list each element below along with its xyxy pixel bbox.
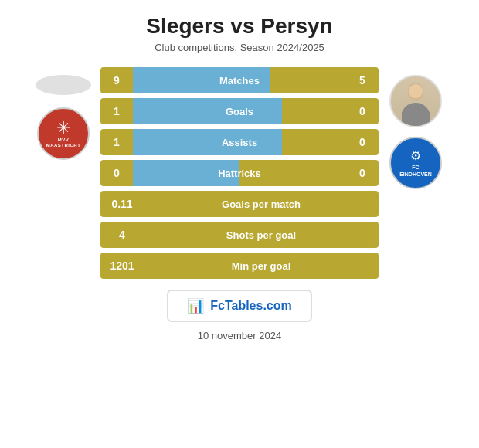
mvv-text: MVV xyxy=(58,137,70,142)
stat-row-assists: 1 Assists 0 xyxy=(100,129,379,155)
stat-right-hattricks: 0 xyxy=(346,160,379,186)
stat-left-hattricks: 0 xyxy=(100,160,133,186)
stat-row-matches: 9 Matches 5 xyxy=(100,67,379,93)
fctables-label: FcTables.com xyxy=(210,299,292,313)
stat-left-assists: 1 xyxy=(100,129,133,155)
mvv-subtext: MAASTRICHT xyxy=(46,143,81,148)
stat-bar-min-per-goal: Min per goal xyxy=(144,253,379,279)
stat-bar-goals: Goals xyxy=(133,98,346,124)
right-avatars: ⚙ FCEINDHOVEN xyxy=(385,67,447,199)
stat-fill-goals xyxy=(133,98,282,124)
stat-bar-assists: Assists xyxy=(133,129,346,155)
stat-bar-shots-per-goal: Shots per goal xyxy=(144,222,379,248)
date-label: 10 november 2024 xyxy=(198,330,281,341)
fc-eindhoven-text: FCEINDHOVEN xyxy=(399,165,432,178)
left-avatars: ✳ MVV MAASTRICHT xyxy=(32,67,94,169)
fc-eindhoven-logo: ⚙ FCEINDHOVEN xyxy=(389,137,442,189)
page-container: Slegers vs Persyn Club competitions, Sea… xyxy=(0,0,479,448)
stat-row-hattricks: 0 Hattricks 0 xyxy=(100,160,379,186)
main-area: ✳ MVV MAASTRICHT 9 Matches 5 1 xyxy=(8,67,471,279)
mvv-logo: ✳ MVV MAASTRICHT xyxy=(37,107,90,160)
stat-left-goals-per-match: 0.11 xyxy=(100,191,144,217)
stat-row-goals: 1 Goals 0 xyxy=(100,98,379,124)
stat-left-goals: 1 xyxy=(100,98,133,124)
fc-eindhoven-icon: ⚙ xyxy=(410,148,421,163)
svg-point-2 xyxy=(409,84,423,98)
stat-row-min-per-goal: 1201 Min per goal xyxy=(100,253,379,279)
player-avatar xyxy=(389,75,442,127)
stat-label-shots-per-goal: Shots per goal xyxy=(226,229,296,241)
mvv-star-icon: ✳ xyxy=(56,120,70,137)
fctables-chart-icon: 📊 xyxy=(187,297,204,314)
stat-label-goals-per-match: Goals per match xyxy=(222,199,301,210)
stat-fill-assists xyxy=(133,129,282,155)
stat-label-matches: Matches xyxy=(219,75,260,87)
stat-bar-hattricks: Hattricks xyxy=(133,160,346,186)
stat-row-shots-per-goal: 4 Shots per goal xyxy=(100,222,379,248)
stat-bar-matches: Matches xyxy=(133,67,346,93)
svg-rect-4 xyxy=(402,110,430,126)
stat-right-matches: 5 xyxy=(346,67,379,93)
left-top-oval xyxy=(36,75,91,95)
fctables-banner: 📊 FcTables.com xyxy=(167,290,312,322)
stat-left-shots-per-goal: 4 xyxy=(100,222,144,248)
player-silhouette-icon xyxy=(396,81,435,126)
stat-label-assists: Assists xyxy=(222,137,257,148)
stat-label-goals: Goals xyxy=(226,106,253,117)
stat-label-hattricks: Hattricks xyxy=(218,168,261,179)
stat-left-matches: 9 xyxy=(100,67,133,93)
stat-row-goals-per-match: 0.11 Goals per match xyxy=(100,191,379,217)
page-subtitle: Club competitions, Season 2024/2025 xyxy=(155,42,324,53)
page-title: Slegers vs Persyn xyxy=(146,14,332,39)
stat-bar-goals-per-match: Goals per match xyxy=(144,191,379,217)
stats-area: 9 Matches 5 1 Goals 0 1 xyxy=(100,67,379,279)
stat-right-goals: 0 xyxy=(346,98,379,124)
stat-left-min-per-goal: 1201 xyxy=(100,253,144,279)
stat-right-assists: 0 xyxy=(346,129,379,155)
stat-label-min-per-goal: Min per goal xyxy=(232,260,291,272)
